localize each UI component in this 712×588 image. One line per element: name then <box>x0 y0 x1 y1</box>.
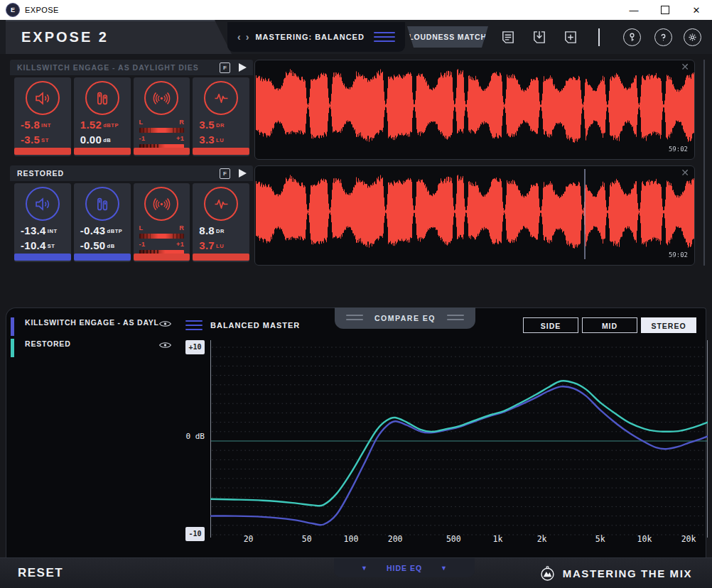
svg-text:10k: 10k <box>637 534 652 544</box>
app-logo: EXPOSE 2 <box>21 20 109 54</box>
maximize-button[interactable] <box>649 0 681 20</box>
y-axis-bottom-label[interactable]: -10 <box>185 527 205 541</box>
stereo-lr-labels: LR <box>139 224 185 232</box>
meter-cell-true-peak: -0.43dBTP -0.50dB <box>74 183 131 262</box>
y-axis-top-label[interactable]: +10 <box>185 340 205 354</box>
svg-text:20: 20 <box>244 534 254 544</box>
svg-text:2k: 2k <box>537 534 547 544</box>
play-icon[interactable] <box>237 62 247 72</box>
svg-text:5k: 5k <box>595 534 605 544</box>
visibility-eye-icon[interactable] <box>158 340 172 350</box>
grip-icon <box>346 315 363 320</box>
eq-panel: KILLSWITCH ENGAGE - AS DAYL RESTORED BAL… <box>6 307 706 557</box>
preset-selector: ‹ › MASTERING: BALANCED <box>227 22 405 52</box>
brand-name: MASTERING THE MIX <box>563 567 692 579</box>
legend-item-killswitch[interactable]: KILLSWITCH ENGAGE - AS DAYL <box>25 318 159 327</box>
svg-text:50: 50 <box>302 534 312 544</box>
grip-icon <box>447 315 464 320</box>
flag-badge[interactable]: F <box>220 62 230 73</box>
meter-cell-dynamics: 3.5DR 3.3LU <box>193 77 249 156</box>
dynamic-range-value: 8.8DR <box>199 224 249 239</box>
loudness-speaker-icon <box>26 81 60 115</box>
meter-cell-true-peak: 1.52dBTP 0.00dB <box>74 77 131 156</box>
chevron-down-icon: ▼ <box>441 565 448 572</box>
meter-accent-bar <box>74 254 131 261</box>
channel-mid-button[interactable]: MID <box>582 317 637 333</box>
track-duration: 59:02 <box>669 251 688 258</box>
eq-spectrum-plot[interactable]: 20501002005001k2k5k10k20k <box>210 340 708 548</box>
window-title: EXPOSE <box>25 6 59 14</box>
mastering-the-mix-logo-icon <box>539 565 556 582</box>
help-icon[interactable] <box>654 28 672 46</box>
gain-value: 0.00dB <box>80 133 131 148</box>
minimize-button[interactable]: — <box>618 0 649 20</box>
waveform-display[interactable]: ✕ 59:02 <box>254 60 695 160</box>
footer-bar: RESET ▼ HIDE EQ ▼ MASTERING THE MIX <box>0 557 712 588</box>
master-curve-label: BALANCED MASTER <box>210 321 300 330</box>
app-icon: E <box>6 3 20 17</box>
license-key-icon[interactable] <box>623 28 641 46</box>
legend-color-chip <box>11 339 14 357</box>
window-titlebar: E EXPOSE — ✕ <box>0 0 712 21</box>
meter-accent-bar <box>134 254 190 261</box>
close-track-icon[interactable]: ✕ <box>681 61 689 72</box>
reset-button[interactable]: RESET <box>18 558 63 588</box>
flag-badge[interactable]: F <box>220 168 230 179</box>
meter-accent-bar <box>193 148 249 155</box>
loudness-range-value: 3.3LU <box>199 133 249 148</box>
svg-text:100: 100 <box>344 534 359 544</box>
meter-cell-loudness: -5.8INT -3.5ST <box>14 77 71 156</box>
brand-badge: MASTERING THE MIX <box>539 558 692 588</box>
export-icon[interactable] <box>532 30 546 45</box>
dynamic-range-value: 3.5DR <box>199 118 249 133</box>
y-axis-zero-label: 0 dB <box>179 432 205 441</box>
visibility-eye-icon[interactable] <box>158 319 172 329</box>
settings-gear-icon[interactable] <box>684 28 701 46</box>
meter-accent-bar <box>14 148 71 155</box>
stereo-correlation-labels: -1+1 <box>139 241 185 249</box>
add-icon[interactable] <box>563 30 578 45</box>
compare-eq-tab[interactable]: COMPARE EQ <box>335 307 475 329</box>
tracks-scroll-strip[interactable] <box>703 60 705 266</box>
loudness-speaker-icon <box>26 187 60 221</box>
integrated-loudness-value: -13.4INT <box>21 224 71 239</box>
preset-prev-button[interactable]: ‹ <box>237 32 241 42</box>
short-term-loudness-value: -10.4ST <box>21 239 71 254</box>
svg-text:20k: 20k <box>681 534 696 544</box>
dynamics-icon <box>204 187 238 221</box>
meter-accent-bar <box>134 148 190 155</box>
waveform-display[interactable]: ✕ 59:02 <box>254 165 695 266</box>
loudness-match-tab[interactable]: LOUDNESS MATCH <box>407 26 488 48</box>
loudness-range-value: 3.7LU <box>199 239 249 254</box>
meter-accent-bar <box>193 254 249 261</box>
meter-cell-dynamics: 8.8DR 3.7LU <box>193 183 249 262</box>
close-track-icon[interactable]: ✕ <box>681 167 689 178</box>
preset-menu-icon[interactable] <box>374 32 395 43</box>
channel-stereo-button[interactable]: STEREO <box>641 317 696 333</box>
true-peak-icon <box>85 187 119 221</box>
plugin-header: EXPOSE 2 ‹ › MASTERING: BALANCED LOUDNES… <box>0 20 712 54</box>
track-header: KILLSWITCH ENGAGE - AS DAYLIGHT DIES F <box>10 60 253 75</box>
meter-cell-loudness: -13.4INT -10.4ST <box>14 183 71 262</box>
report-icon[interactable] <box>500 30 515 45</box>
maximize-icon <box>661 6 669 14</box>
legend-item-restored[interactable]: RESTORED <box>25 339 71 348</box>
meter-cell-stereo-field: LR -1+1 <box>134 183 190 262</box>
gain-value: -0.50dB <box>80 239 131 254</box>
play-icon[interactable] <box>237 168 247 178</box>
hide-eq-tab[interactable]: ▼ HIDE EQ ▼ <box>334 558 475 577</box>
master-curve-menu-icon[interactable] <box>185 320 203 330</box>
toolbar-divider <box>598 28 600 46</box>
channel-side-button[interactable]: SIDE <box>523 317 578 333</box>
true-peak-icon <box>85 81 119 115</box>
preset-name[interactable]: MASTERING: BALANCED <box>249 33 371 41</box>
expose2-app-window: E EXPOSE — ✕ EXPOSE 2 ‹ › MASTERING: BAL… <box>0 0 712 588</box>
meter-accent-bar <box>14 254 71 261</box>
svg-text:1k: 1k <box>493 534 503 544</box>
stereo-field-icon <box>144 187 178 221</box>
track-panel-killswitch: KILLSWITCH ENGAGE - AS DAYLIGHT DIES F <box>10 60 695 160</box>
stereo-balance-meter <box>139 128 185 133</box>
dynamics-icon <box>204 81 238 115</box>
stereo-balance-meter <box>139 234 185 239</box>
close-button[interactable]: ✕ <box>681 0 712 20</box>
